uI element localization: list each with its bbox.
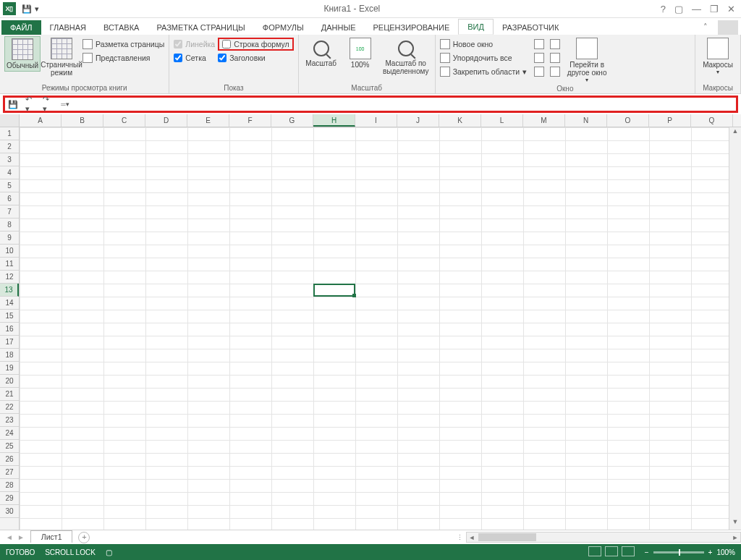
macros-button[interactable]: Макросы▾ bbox=[700, 36, 736, 77]
row-header-17[interactable]: 17 bbox=[0, 336, 19, 349]
ruler-checkbox[interactable]: Линейка bbox=[174, 38, 215, 51]
ribbon-display-options[interactable]: ▢ bbox=[674, 4, 683, 14]
formula-bar-checkbox[interactable]: Строка формул bbox=[218, 38, 293, 51]
row-header-20[interactable]: 20 bbox=[0, 375, 19, 388]
column-header-A[interactable]: A bbox=[20, 114, 62, 127]
user-avatar[interactable] bbox=[718, 20, 738, 35]
sheet-split-handle[interactable]: ⋮ bbox=[457, 534, 466, 541]
row-header-1[interactable]: 1 bbox=[0, 127, 19, 140]
row-header-18[interactable]: 18 bbox=[0, 349, 19, 362]
sheet-tab[interactable]: Лист1 bbox=[30, 530, 73, 543]
tab-page-layout[interactable]: РАЗМЕТКА СТРАНИЦЫ bbox=[148, 20, 253, 35]
column-header-E[interactable]: E bbox=[187, 114, 229, 127]
column-header-P[interactable]: P bbox=[649, 114, 691, 127]
column-header-B[interactable]: B bbox=[62, 114, 103, 127]
scroll-right-icon[interactable]: ► bbox=[730, 534, 740, 541]
column-header-K[interactable]: K bbox=[439, 114, 481, 127]
tab-formulas[interactable]: ФОРМУЛЫ bbox=[254, 20, 313, 35]
close-button[interactable]: ✕ bbox=[727, 4, 735, 14]
column-header-Q[interactable]: Q bbox=[691, 114, 733, 127]
row-header-11[interactable]: 11 bbox=[0, 258, 19, 271]
row-header-7[interactable]: 7 bbox=[0, 205, 19, 219]
row-header-27[interactable]: 27 bbox=[0, 466, 19, 479]
row-header-21[interactable]: 21 bbox=[0, 388, 19, 401]
gridlines-checkbox[interactable]: Сетка bbox=[174, 51, 215, 64]
row-header-25[interactable]: 25 bbox=[0, 440, 19, 453]
row-header-15[interactable]: 15 bbox=[0, 310, 19, 323]
zoom-level[interactable]: 100% bbox=[716, 548, 735, 556]
reset-position-button[interactable] bbox=[550, 65, 560, 78]
select-all-corner[interactable] bbox=[0, 114, 20, 127]
zoom-to-selection-button[interactable]: Масштаб по выделенному bbox=[381, 36, 431, 77]
row-header-9[interactable]: 9 bbox=[0, 232, 19, 245]
redo-icon[interactable]: ↷ ▾ bbox=[43, 99, 53, 109]
undo-icon[interactable]: ↶ ▾ bbox=[25, 99, 35, 109]
row-header-10[interactable]: 10 bbox=[0, 245, 19, 258]
row-header-30[interactable]: 30 bbox=[0, 505, 19, 518]
freeze-panes-button[interactable]: Закрепить области▾ bbox=[440, 65, 527, 78]
zoom-button[interactable]: Масштаб bbox=[303, 36, 339, 69]
column-header-L[interactable]: L bbox=[481, 114, 523, 127]
column-header-F[interactable]: F bbox=[229, 114, 271, 127]
zoom-in-button[interactable]: + bbox=[708, 548, 713, 556]
qat-dropdown-icon[interactable]: ▾ bbox=[35, 4, 43, 13]
row-header-2[interactable]: 2 bbox=[0, 140, 19, 153]
row-header-8[interactable]: 8 bbox=[0, 219, 19, 232]
row-header-13[interactable]: 13 bbox=[0, 284, 19, 297]
row-header-22[interactable]: 22 bbox=[0, 401, 19, 414]
record-macro-icon[interactable]: ▢ bbox=[106, 548, 112, 556]
arrange-all-button[interactable]: Упорядочить все bbox=[440, 51, 527, 64]
row-header-23[interactable]: 23 bbox=[0, 414, 19, 427]
scroll-down-icon[interactable]: ▼ bbox=[729, 518, 741, 530]
collapse-ribbon-icon[interactable]: ˄ bbox=[696, 20, 715, 35]
sheet-nav-last-icon[interactable]: ► bbox=[16, 533, 26, 541]
column-header-D[interactable]: D bbox=[145, 114, 187, 127]
column-header-C[interactable]: C bbox=[103, 114, 145, 127]
scroll-up-icon[interactable]: ▲ bbox=[729, 127, 741, 139]
new-window-button[interactable]: Новое окно bbox=[440, 38, 527, 51]
row-header-5[interactable]: 5 bbox=[0, 179, 19, 192]
column-header-O[interactable]: O bbox=[607, 114, 649, 127]
unhide-button[interactable] bbox=[534, 65, 544, 78]
column-header-N[interactable]: N bbox=[565, 114, 607, 127]
normal-view-shortcut[interactable] bbox=[588, 546, 601, 556]
sync-scroll-button[interactable] bbox=[550, 51, 560, 64]
headings-checkbox[interactable]: Заголовки bbox=[218, 51, 293, 64]
row-header-26[interactable]: 26 bbox=[0, 453, 19, 466]
row-header-24[interactable]: 24 bbox=[0, 427, 19, 440]
horizontal-scrollbar[interactable]: ◄ ► bbox=[466, 532, 741, 543]
hscroll-thumb[interactable] bbox=[478, 533, 536, 541]
switch-windows-button[interactable]: Перейти в другое окно▾ bbox=[563, 36, 611, 85]
cells-area[interactable] bbox=[20, 127, 729, 530]
selected-cell[interactable] bbox=[313, 284, 355, 297]
tab-review[interactable]: РЕЦЕНЗИРОВАНИЕ bbox=[364, 20, 458, 35]
row-header-12[interactable]: 12 bbox=[0, 271, 19, 284]
zoom-out-button[interactable]: − bbox=[645, 548, 649, 556]
sheet-nav-first-icon[interactable]: ◄ bbox=[4, 533, 14, 541]
row-header-29[interactable]: 29 bbox=[0, 492, 19, 505]
tab-developer[interactable]: РАЗРАБОТЧИК bbox=[494, 20, 567, 35]
row-header-14[interactable]: 14 bbox=[0, 297, 19, 310]
split-button[interactable] bbox=[534, 38, 544, 51]
hide-button[interactable] bbox=[534, 51, 544, 64]
scroll-left-icon[interactable]: ◄ bbox=[467, 534, 477, 541]
add-sheet-button[interactable]: + bbox=[78, 532, 90, 543]
save-icon[interactable]: 💾 bbox=[8, 99, 18, 109]
column-header-I[interactable]: I bbox=[355, 114, 397, 127]
page-layout-shortcut[interactable] bbox=[605, 546, 618, 556]
tab-data[interactable]: ДАННЫЕ bbox=[313, 20, 365, 35]
help-button[interactable]: ? bbox=[661, 4, 666, 14]
pagebreak-shortcut[interactable] bbox=[622, 546, 635, 556]
qat-save-icon[interactable]: 💾 bbox=[22, 4, 30, 13]
view-side-by-side-button[interactable] bbox=[550, 38, 560, 51]
row-header-28[interactable]: 28 bbox=[0, 479, 19, 492]
tab-file[interactable]: ФАЙЛ bbox=[1, 20, 41, 35]
zoom-100-button[interactable]: 100% bbox=[342, 36, 378, 70]
row-header-3[interactable]: 3 bbox=[0, 153, 19, 166]
row-header-6[interactable]: 6 bbox=[0, 192, 19, 205]
row-header-16[interactable]: 16 bbox=[0, 323, 19, 336]
customize-qat-icon[interactable]: ═▾ bbox=[60, 99, 70, 109]
tab-home[interactable]: ГЛАВНАЯ bbox=[41, 20, 95, 35]
vertical-scrollbar[interactable]: ▲ ▼ bbox=[729, 127, 741, 530]
column-header-M[interactable]: M bbox=[523, 114, 565, 127]
